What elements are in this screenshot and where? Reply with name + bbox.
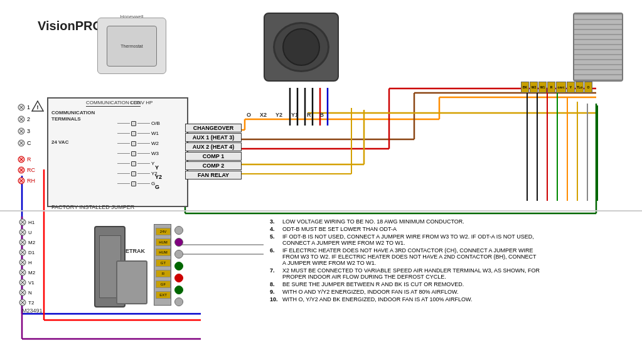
note-7a: 7. X2 MUST BE CONNECTED TO VARIABLE SPEE… bbox=[270, 267, 628, 274]
note-5a-text: IF ODT-B IS NOT USED, CONNECT A JUMPER W… bbox=[282, 233, 534, 240]
led-2: 2 bbox=[18, 115, 31, 123]
note-6b-num bbox=[270, 254, 279, 260]
air-handler-unit bbox=[573, 13, 623, 82]
fan-blade bbox=[282, 28, 320, 66]
bottom-led-v1-label: V1 bbox=[28, 280, 35, 286]
app-title: VisionPRO bbox=[38, 19, 102, 33]
led-rc: RC bbox=[18, 166, 35, 174]
note-5b-num bbox=[270, 240, 279, 246]
term-w1: W1 bbox=[117, 131, 169, 136]
bottom-led-d1-label: D1 bbox=[28, 250, 35, 255]
bottom-led-h: H bbox=[19, 259, 35, 266]
note-5a: 5. IF ODT-B IS NOT USED, CONNECT A JUMPE… bbox=[270, 233, 628, 240]
bottom-led-t2: T2 bbox=[19, 299, 35, 306]
bottom-led-h1: H1 bbox=[19, 218, 35, 226]
note-6c: A JUMPER WIRE FROM W2 TO W1. bbox=[270, 260, 628, 266]
g-wire-label: G bbox=[155, 184, 159, 190]
bottom-led-h1-label: H1 bbox=[28, 220, 35, 225]
note-6c-num bbox=[270, 260, 279, 266]
note-7a-num: 7. bbox=[270, 267, 279, 274]
wire-label-y1: Y1 bbox=[291, 112, 298, 118]
note-5b: CONNECT A JUMPER WIRE FROM W2 TO W1. bbox=[270, 240, 628, 246]
relay-comp2: COMP 2 bbox=[185, 161, 242, 170]
note-4: 4. ODT-B MUST BE SET LOWER THAN ODT-A bbox=[270, 226, 628, 232]
relay-aux1: AUX 1 (HEAT 3) bbox=[185, 133, 242, 142]
note-9-text: WITH O AND Y/Y2 ENERGIZED, INDOOR FAN IS… bbox=[282, 289, 459, 295]
wire-label-y2: Y2 bbox=[276, 112, 282, 118]
relay-labels-group: CHANGEOVER AUX 1 (HEAT 3) AUX 2 (HEAT 4)… bbox=[185, 124, 242, 179]
bottom-led-n-label: N bbox=[28, 290, 32, 296]
term-w3-label: W3 bbox=[151, 151, 169, 156]
svg-text:!: ! bbox=[37, 104, 39, 110]
led-r: R bbox=[18, 156, 35, 163]
term-w2-label: W2 bbox=[151, 141, 169, 146]
led-rc-label: RC bbox=[27, 167, 35, 173]
term-w1-label: W1 bbox=[151, 131, 169, 136]
bottom-led-m2b-label: M2 bbox=[28, 270, 35, 276]
bottom-leds: H1 U M2 D1 H M2 V1 N bbox=[19, 218, 35, 306]
note-7b: PROPER INDOOR AIR FLOW DURING THE DEFROS… bbox=[270, 274, 628, 280]
note-8-num: 8. bbox=[270, 281, 279, 287]
notes-section: 3. LOW VOLTAGE WIRING TO BE NO. 18 AWG M… bbox=[270, 218, 628, 304]
note-3-num: 3. bbox=[270, 218, 279, 225]
led-1: 1 bbox=[18, 104, 31, 111]
wire-dot-red bbox=[174, 274, 183, 282]
relay-aux2: AUX 2 (HEAT 4) bbox=[185, 142, 242, 151]
bottom-wire-labels: O X2 Y2 Y1 R B bbox=[247, 112, 324, 118]
led-rh: RH bbox=[18, 177, 35, 185]
term-w3: W3 bbox=[117, 151, 169, 156]
term-y: Y bbox=[117, 161, 169, 166]
relay-comp1: COMP 1 bbox=[185, 152, 242, 161]
note-6a-text: IF ELECTRIC HEATER DOES NOT HAVE A 3RD C… bbox=[282, 247, 533, 254]
warning-icon: ! bbox=[31, 100, 44, 112]
note-6a-num: 6. bbox=[270, 247, 279, 254]
wire-dot-green bbox=[174, 262, 183, 270]
led-c-label: C bbox=[27, 140, 31, 146]
note-9: 9. WITH O AND Y/Y2 ENERGIZED, INDOOR FAN… bbox=[270, 289, 628, 295]
outdoor-unit bbox=[264, 13, 339, 82]
bottom-led-m2b: M2 bbox=[19, 269, 35, 276]
led-2-label: 2 bbox=[27, 116, 30, 122]
left-leds-col2: R RC RH bbox=[18, 156, 35, 185]
section-divider bbox=[0, 210, 642, 211]
wire-label-o: O bbox=[247, 112, 251, 118]
humidifier-unit bbox=[116, 260, 147, 304]
conv-hp-label: CONV HP bbox=[130, 100, 152, 105]
factory-jumper-label: FACTORY INSTALLED JUMPER bbox=[51, 204, 134, 210]
note-6c-text: A JUMPER WIRE FROM W2 TO W1. bbox=[282, 260, 376, 266]
note-3: 3. LOW VOLTAGE WIRING TO BE NO. 18 AWG M… bbox=[270, 218, 628, 225]
note-7b-text: PROPER INDOOR AIR FLOW DURING THE DEFROS… bbox=[282, 274, 446, 280]
note-10-text: WITH O, Y/Y2 AND BK ENERGIZED, INDOOR FA… bbox=[282, 296, 473, 302]
relay-fan: FAN RELAY bbox=[185, 171, 242, 179]
wire-dot-gray3 bbox=[174, 297, 183, 306]
led-3-label: 3 bbox=[27, 128, 30, 134]
note-4-text: ODT-B MUST BE SET LOWER THAN ODT-A bbox=[282, 226, 397, 232]
bottom-led-n: N bbox=[19, 289, 35, 296]
term-g-label: G bbox=[151, 181, 169, 186]
note-6b: FROM W3 TO W2. IF ELECTRIC HEATER DOES N… bbox=[270, 254, 628, 260]
communication-label: COMMUNICATION bbox=[51, 110, 95, 115]
control-box: COMMUNICATION LED COMMUNICATION TERMINAL… bbox=[47, 97, 188, 207]
note-5b-text: CONNECT A JUMPER WIRE FROM W2 TO W1. bbox=[282, 240, 405, 246]
wire-label-r: R bbox=[307, 112, 311, 118]
wire-dot-green2 bbox=[174, 286, 183, 294]
wire-dot-purple bbox=[174, 238, 183, 247]
wire-dot-gray2 bbox=[174, 250, 183, 259]
led-3: 3 bbox=[18, 127, 31, 135]
term-ob-label: O/B bbox=[151, 120, 169, 126]
led-c: C bbox=[18, 139, 31, 147]
note-4-num: 4. bbox=[270, 226, 279, 232]
terminals-label: TERMINALS bbox=[51, 116, 81, 122]
bottom-led-m2a-label: M2 bbox=[28, 240, 35, 245]
wire-dot-gray bbox=[174, 226, 183, 235]
y2-wire-label: Y2 bbox=[155, 174, 162, 180]
condenser-fan bbox=[273, 22, 329, 72]
left-leds-col1: 1 2 3 C bbox=[18, 104, 31, 147]
term-g: G bbox=[117, 181, 169, 186]
bottom-led-v1: V1 bbox=[19, 279, 35, 286]
thermostat-image: Thermostat bbox=[97, 18, 166, 74]
note-10: 10. WITH O, Y/Y2 AND BK ENERGIZED, INDOO… bbox=[270, 296, 628, 302]
wire-label-b: B bbox=[320, 112, 324, 118]
relay-changeover: CHANGEOVER bbox=[185, 124, 242, 132]
note-7b-num bbox=[270, 274, 279, 280]
